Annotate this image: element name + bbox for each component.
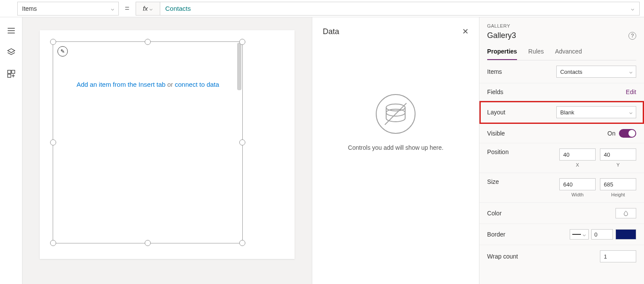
properties-panel: GALLERY Gallery3 ? Properties Rules Adva… <box>479 17 644 284</box>
formula-input[interactable]: Contacts ⌵ <box>160 2 640 16</box>
property-selector[interactable]: Items ⌵ <box>17 2 119 16</box>
formula-bar: Items ⌵ = fx ⌵ Contacts ⌵ <box>0 0 644 17</box>
items-value: Contacts <box>560 69 582 75</box>
pencil-icon[interactable]: ✎ <box>57 46 68 57</box>
equals-label: = <box>125 4 130 13</box>
items-label: Items <box>487 68 502 75</box>
border-label: Border <box>487 231 505 238</box>
gallery-hint: Add an item from the Insert tab or conne… <box>53 81 242 88</box>
scrollbar[interactable] <box>237 43 241 90</box>
resize-handle[interactable] <box>145 39 151 45</box>
chevron-down-icon: ⌵ <box>111 6 114 12</box>
data-panel: Data ✕ Controls you add will show up her… <box>312 17 479 284</box>
prop-row-fields: Fields Edit <box>479 83 644 101</box>
color-label: Color <box>487 210 501 217</box>
svg-marker-3 <box>7 49 15 53</box>
svg-rect-6 <box>7 74 10 77</box>
layout-select[interactable]: Blank ⌵ <box>556 106 636 118</box>
width-label: Width <box>559 192 596 197</box>
prop-row-layout: Layout Blank ⌵ <box>479 101 644 124</box>
border-color-picker[interactable] <box>615 229 636 240</box>
data-empty-state: Controls you add will show up here. <box>323 92 469 151</box>
tab-rules[interactable]: Rules <box>528 48 544 60</box>
control-name[interactable]: Gallery3 <box>487 31 516 40</box>
canvas-screen[interactable]: ✎ Add an item from the Insert tab or con… <box>40 30 295 259</box>
visible-toggle[interactable] <box>619 129 636 138</box>
fields-label: Fields <box>487 88 503 95</box>
prop-row-size: Size 640 Width 685 Height <box>479 173 644 203</box>
layers-icon[interactable] <box>6 47 16 57</box>
border-width-input[interactable]: 0 <box>591 229 613 240</box>
gallery-control[interactable]: ✎ Add an item from the Insert tab or con… <box>53 41 243 243</box>
paint-icon <box>623 210 629 216</box>
chevron-down-icon: ⌵ <box>631 6 634 12</box>
svg-rect-4 <box>7 70 10 73</box>
data-empty-text: Controls you add will show up here. <box>323 144 469 151</box>
wrap-count-input[interactable]: 1 <box>600 250 636 262</box>
height-input[interactable]: 685 <box>600 178 636 190</box>
svg-rect-5 <box>12 70 15 73</box>
tab-advanced[interactable]: Advanced <box>555 48 582 60</box>
hamburger-icon[interactable] <box>6 26 16 35</box>
formula-value: Contacts <box>165 5 191 12</box>
position-y-label: Y <box>600 162 636 167</box>
main-area: ✎ Add an item from the Insert tab or con… <box>0 17 644 284</box>
svg-point-11 <box>386 109 405 116</box>
prop-row-border: Border ⌵ 0 <box>479 224 644 245</box>
resize-handle[interactable] <box>145 240 151 246</box>
visible-state: On <box>607 130 615 137</box>
prop-row-color: Color <box>479 203 644 224</box>
fx-button[interactable]: fx ⌵ <box>136 2 160 16</box>
resize-handle[interactable] <box>239 39 245 45</box>
tab-properties[interactable]: Properties <box>487 48 517 60</box>
prop-row-items: Items Contacts ⌵ <box>479 60 644 83</box>
size-label: Size <box>487 178 499 185</box>
items-select[interactable]: Contacts ⌵ <box>556 66 636 78</box>
help-icon[interactable]: ? <box>628 32 636 40</box>
insert-hint-link[interactable]: Add an item from the Insert tab <box>76 81 165 88</box>
resize-handle[interactable] <box>239 139 245 145</box>
position-label: Position <box>487 148 509 155</box>
layout-label: Layout <box>487 109 505 116</box>
prop-row-position: Position 40 X 40 Y <box>479 143 644 173</box>
control-type-label: GALLERY <box>487 23 636 28</box>
connect-data-link[interactable]: connect to data <box>175 81 219 88</box>
color-picker[interactable] <box>615 208 636 218</box>
resize-handle[interactable] <box>50 139 56 145</box>
prop-row-visible: Visible On <box>479 124 644 143</box>
chevron-down-icon: ⌵ <box>149 6 152 12</box>
chevron-down-icon: ⌵ <box>629 69 632 75</box>
border-style-select[interactable]: ⌵ <box>570 229 589 240</box>
database-disabled-icon <box>374 92 417 136</box>
position-y-input[interactable]: 40 <box>600 148 636 161</box>
data-panel-title: Data <box>323 27 339 36</box>
prop-row-wrap: Wrap count 1 <box>479 245 644 268</box>
height-label: Height <box>600 192 636 197</box>
property-selector-value: Items <box>22 5 37 12</box>
width-input[interactable]: 640 <box>559 178 596 190</box>
layout-value: Blank <box>560 109 574 116</box>
canvas-area: ✎ Add an item from the Insert tab or con… <box>22 17 312 284</box>
wrap-label: Wrap count <box>487 253 518 260</box>
chevron-down-icon: ⌵ <box>629 109 632 115</box>
fields-edit-link[interactable]: Edit <box>626 88 636 95</box>
fx-label: fx <box>143 5 148 12</box>
resize-handle[interactable] <box>50 240 56 246</box>
resize-handle[interactable] <box>50 39 56 45</box>
resize-handle[interactable] <box>239 240 245 246</box>
visible-label: Visible <box>487 130 505 137</box>
position-x-label: X <box>559 162 596 167</box>
left-rail <box>0 17 22 284</box>
panel-tabs: Properties Rules Advanced <box>487 48 636 60</box>
chevron-down-icon: ⌵ <box>583 231 586 237</box>
close-icon[interactable]: ✕ <box>462 27 469 36</box>
hint-or: or <box>167 81 173 88</box>
position-x-input[interactable]: 40 <box>559 148 596 161</box>
apps-icon[interactable] <box>6 69 16 79</box>
